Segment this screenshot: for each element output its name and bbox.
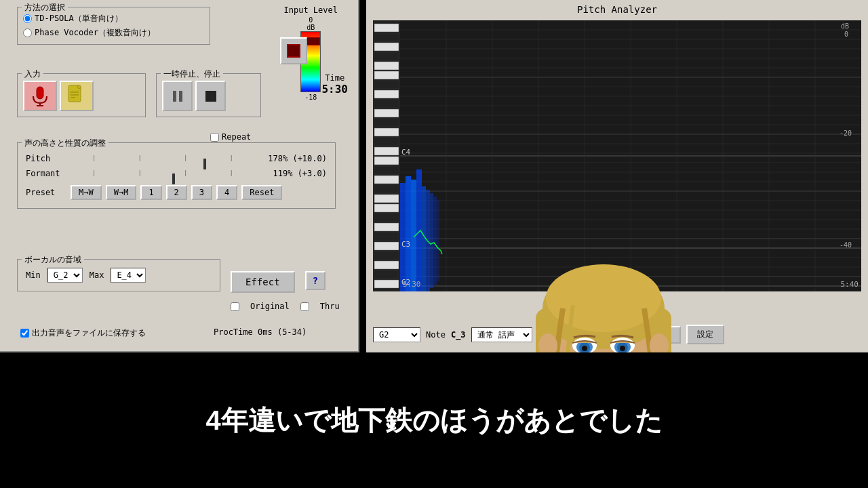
- svg-rect-16: [374, 52, 399, 60]
- svg-rect-87: [430, 193, 433, 288]
- svg-text:-40: -40: [840, 241, 852, 249]
- save-label: 出力音声をファイルに保存する: [32, 327, 146, 339]
- preset-btn-4[interactable]: 4: [216, 185, 237, 200]
- analyzer-title: Pitch Analyzer: [366, 0, 868, 18]
- svg-point-114: [620, 346, 625, 351]
- pitch-thumb[interactable]: [203, 159, 206, 169]
- formant-row: Formant | | | | 119% (+3.0): [26, 169, 327, 178]
- vocal-range-box: ボーカルの音域 Min G_2 A_2 B_2 C_3 Max E_4 F_4 …: [17, 259, 220, 291]
- pitch-value: 178% (+10.0): [259, 154, 327, 163]
- input-level-label: Input Level: [284, 5, 338, 15]
- preset-btn-wm[interactable]: W→M: [106, 185, 137, 200]
- svg-rect-24: [374, 128, 399, 136]
- repeat-label: Repeat: [222, 132, 251, 142]
- repeat-check-row: Repeat: [210, 132, 251, 142]
- input-buttons: [23, 81, 140, 111]
- svg-rect-25: [374, 138, 399, 146]
- help-button[interactable]: ?: [305, 271, 326, 290]
- svg-rect-11: [205, 91, 216, 102]
- file-button[interactable]: [60, 81, 94, 111]
- svg-rect-88: [433, 197, 437, 285]
- method-label-2: Phase Vocoder（複数音向け）: [35, 27, 155, 39]
- svg-rect-0: [37, 87, 43, 99]
- piano-keys: [373, 20, 400, 291]
- svg-rect-37: [374, 251, 399, 260]
- proc-time: ProcTime 0ms (5-34): [214, 327, 307, 337]
- svg-rect-10: [179, 91, 182, 102]
- repeat-checkbox[interactable]: [210, 133, 219, 142]
- svg-rect-35: [374, 232, 399, 241]
- svg-rect-33: [374, 214, 399, 222]
- method-box: 方法の選択 TD-PSOLA（単音向け） Phase Vocoder（複数音向け…: [17, 7, 210, 45]
- svg-rect-18: [374, 71, 399, 79]
- method-radio-2[interactable]: [23, 28, 32, 37]
- svg-rect-89: [437, 200, 439, 281]
- preset-label: Preset: [26, 188, 66, 197]
- svg-rect-23: [374, 119, 399, 127]
- svg-text:0: 0: [844, 30, 848, 38]
- time-label-start: 5:30: [403, 280, 421, 289]
- note-dropdown[interactable]: G2 G3: [373, 327, 420, 342]
- svg-rect-21: [374, 100, 399, 108]
- svg-rect-28: [374, 166, 399, 174]
- effect-button[interactable]: Effect: [231, 271, 295, 293]
- svg-rect-15: [374, 43, 399, 51]
- min-select[interactable]: G_2 A_2 B_2 C_3: [47, 268, 83, 283]
- vocal-range-title: ボーカルの音域: [22, 254, 84, 266]
- mic-icon: [31, 85, 50, 107]
- svg-rect-19: [374, 81, 399, 89]
- pitch-row: Pitch | | | | 178% (+10.0): [26, 154, 327, 163]
- max-select[interactable]: E_4 F_4 G_4 D_4: [111, 268, 146, 283]
- thru-label: Thru: [320, 302, 340, 311]
- preset-btn-2[interactable]: 2: [166, 185, 187, 200]
- svg-rect-29: [374, 176, 399, 184]
- record-icon: [287, 44, 300, 58]
- pause-button[interactable]: [162, 81, 193, 111]
- svg-rect-36: [374, 242, 399, 250]
- subtitle-text: 4年違いで地下鉄のほうがあとでした: [205, 402, 662, 439]
- svg-rect-17: [374, 62, 399, 70]
- piano-svg: [373, 20, 400, 291]
- formant-thumb[interactable]: [172, 174, 175, 184]
- preset-btn-mw[interactable]: M→W: [71, 185, 102, 200]
- note-label: Note: [426, 330, 446, 340]
- note-value: C_3: [451, 330, 466, 340]
- svg-rect-34: [374, 223, 399, 231]
- svg-rect-32: [374, 204, 399, 212]
- svg-rect-26: [374, 147, 399, 155]
- svg-rect-22: [374, 109, 399, 117]
- save-checkbox[interactable]: [20, 329, 29, 338]
- subtitle-bar: 4年違いで地下鉄のほうがあとでした: [0, 352, 868, 488]
- software-panel: 方法の選択 TD-PSOLA（単音向け） Phase Vocoder（複数音向け…: [0, 0, 359, 352]
- preset-btn-reset[interactable]: Reset: [241, 185, 282, 200]
- method-label-1: TD-PSOLA（単音向け）: [35, 13, 123, 24]
- record-button[interactable]: [280, 37, 307, 64]
- method-radio-1[interactable]: [23, 14, 32, 23]
- svg-rect-13: [374, 24, 399, 32]
- preset-btn-3[interactable]: 3: [191, 185, 212, 200]
- time-label-end: 5:40: [841, 280, 859, 289]
- original-checkbox[interactable]: [231, 302, 239, 311]
- voice-adj-title: 声の高さと性質の調整: [22, 138, 108, 149]
- svg-rect-14: [374, 33, 399, 41]
- svg-rect-38: [374, 261, 399, 269]
- svg-rect-12: [373, 20, 400, 291]
- thru-checkbox[interactable]: [300, 302, 309, 311]
- svg-rect-81: [400, 183, 406, 291]
- svg-rect-39: [374, 270, 399, 279]
- svg-rect-20: [374, 90, 399, 98]
- file-icon: [66, 84, 87, 108]
- preset-btn-1[interactable]: 1: [140, 185, 161, 200]
- original-label: Original: [250, 302, 290, 311]
- svg-text:dB: dB: [841, 22, 849, 30]
- svg-rect-27: [374, 157, 399, 165]
- pause-buttons: [162, 81, 255, 111]
- pause-box-title: 一時停止、停止: [161, 68, 223, 80]
- method-option-2: Phase Vocoder（複数音向け）: [23, 27, 204, 39]
- svg-rect-31: [374, 195, 399, 203]
- range-row: Min G_2 A_2 B_2 C_3 Max E_4 F_4 G_4 D_4: [26, 268, 212, 283]
- stop-button[interactable]: [195, 81, 226, 111]
- mic-button[interactable]: [23, 81, 57, 111]
- stop-icon: [203, 89, 218, 104]
- method-option-1: TD-PSOLA（単音向け）: [23, 13, 204, 24]
